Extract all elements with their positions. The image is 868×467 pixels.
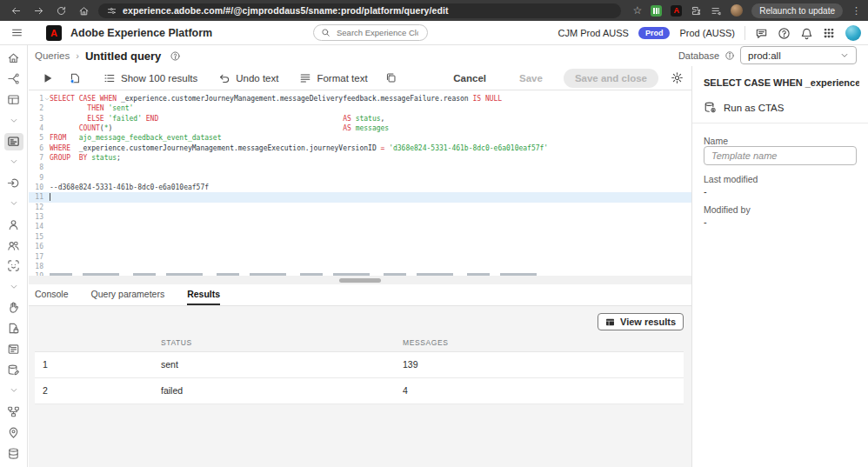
sql-code-editor[interactable]: 1SELECT CASE WHEN _experience.customerJo… (29, 90, 691, 276)
chevron-down-icon (10, 117, 18, 125)
help-icon[interactable] (778, 27, 791, 40)
tab-results[interactable]: Results (187, 284, 220, 305)
database-select[interactable]: prod:all (740, 46, 857, 64)
app-switcher-grid-icon[interactable] (823, 27, 836, 40)
sidebar-item-home[interactable] (4, 51, 23, 65)
tab-console[interactable]: Console (35, 284, 69, 305)
code-line-16[interactable]: 16 (29, 242, 691, 251)
browser-forward-icon[interactable] (33, 5, 44, 17)
show-results-button[interactable]: Show 100 results (103, 72, 197, 84)
sidebar-item-privacy[interactable] (4, 301, 23, 315)
sidebar-item-identity[interactable] (4, 259, 23, 273)
tab-query-parameters[interactable]: Query parameters (91, 284, 165, 305)
sidebar-item-profiles[interactable] (4, 217, 23, 231)
save-button[interactable]: Save (514, 72, 548, 84)
settings-gear-icon[interactable] (671, 71, 684, 84)
pane-splitter[interactable] (29, 276, 691, 284)
notifications-bell-icon[interactable] (800, 27, 813, 40)
code-line-3[interactable]: 3 ELSE 'failed' END AS status, (29, 114, 691, 123)
hamburger-menu-icon[interactable] (10, 27, 23, 38)
code-line-15[interactable]: 15 (29, 232, 691, 242)
sidebar-item-schemas[interactable] (4, 343, 23, 357)
table-row[interactable]: 1sent139 (35, 351, 684, 378)
code-line-4[interactable]: 4 COUNT(*) AS messages (29, 123, 691, 133)
line-number: 11 (29, 192, 43, 202)
sidebar-item-policies[interactable] (4, 322, 23, 336)
sidebar-item-workspace[interactable] (4, 93, 23, 107)
view-results-button[interactable]: View results (598, 313, 684, 330)
sidebar-item-audiences[interactable] (4, 238, 23, 252)
code-line-5[interactable]: 5FROM ajo_message_feedback_event_dataset (29, 133, 691, 143)
code-line-17[interactable]: 17 (29, 252, 691, 262)
run-query-icon[interactable] (42, 72, 54, 84)
sidebar-item-chevron-down[interactable] (4, 280, 23, 294)
sidebar-item-sources[interactable] (4, 176, 23, 190)
run-as-ctas-button[interactable]: Run as CTAS (704, 101, 784, 114)
sidebar-item-dataflows[interactable] (4, 404, 23, 418)
copy-icon[interactable] (385, 72, 397, 83)
identity-icon (7, 259, 20, 272)
browser-reload-icon[interactable] (56, 5, 67, 17)
browser-back-icon[interactable] (10, 5, 22, 17)
line-number: 13 (29, 212, 43, 222)
code-line-8[interactable]: 8 (29, 163, 691, 172)
code-line-7[interactable]: 7GROUP BY status; (29, 153, 691, 163)
table-row[interactable]: 2failed4 (35, 378, 684, 404)
reading-list-icon[interactable] (711, 5, 722, 17)
env-badge: Prod (638, 27, 671, 39)
extensions-puzzle-icon[interactable] (691, 5, 702, 17)
sidebar-item-storage[interactable] (4, 446, 23, 460)
browser-home-icon[interactable] (78, 5, 90, 17)
cancel-button[interactable]: Cancel (448, 72, 491, 84)
database-info-icon[interactable] (724, 50, 735, 61)
code-line-18[interactable]: 18 (29, 262, 691, 271)
breadcrumb-queries[interactable]: Queries (35, 50, 70, 61)
journeys-icon (7, 72, 20, 85)
search-input[interactable] (335, 27, 420, 38)
gutter-gap (43, 133, 50, 143)
storage-icon (7, 447, 20, 460)
line-number: 10 (29, 183, 43, 192)
sidebar-item-queries[interactable] (4, 133, 23, 150)
bookmark-star-icon[interactable]: ☆ (633, 4, 643, 17)
relaunch-button[interactable]: Relaunch to update (751, 3, 843, 18)
code-line-14[interactable]: 14 (29, 222, 691, 231)
browser-menu-icon[interactable]: ⋮ (851, 5, 861, 17)
extension-analytics-icon[interactable] (651, 5, 662, 17)
code-line-1[interactable]: 1SELECT CASE WHEN _experience.customerJo… (29, 94, 691, 103)
sidebar-item-chevron-down[interactable] (4, 384, 23, 397)
code-line-19[interactable]: 19 (29, 271, 691, 276)
chevron-down-icon (10, 199, 18, 208)
env-label[interactable]: Prod (AUSS) (679, 28, 735, 38)
tune-icon[interactable] (107, 6, 117, 16)
format-text-button[interactable]: Format text (299, 72, 367, 84)
address-bar[interactable]: experience.adobe.com/#/@cjmproddaus5/sna… (98, 3, 621, 18)
code-line-13[interactable]: 13 (29, 212, 691, 222)
sidebar-item-chevron-down[interactable] (4, 114, 23, 128)
code-line-6[interactable]: 6WHERE _experience.customerJourneyManage… (29, 143, 691, 153)
code-line-2[interactable]: 2 THEN 'sent' (29, 103, 691, 113)
template-name-input[interactable] (704, 146, 857, 165)
code-line-12[interactable]: 12 (29, 203, 691, 212)
sidebar-item-chevron-down[interactable] (4, 197, 23, 210)
browser-profile-avatar[interactable] (731, 4, 743, 17)
sidebar-item-journeys[interactable] (4, 72, 23, 86)
sidebar-item-chevron-down[interactable] (4, 156, 23, 170)
sidebar-item-destinations[interactable] (4, 425, 23, 439)
document-draft-icon[interactable] (69, 72, 81, 84)
query-info-icon[interactable] (170, 50, 181, 62)
feedback-icon[interactable] (755, 27, 768, 40)
code-line-10[interactable]: 10--d368e824-5331-461b-8dc0-e6a010eaf57f (29, 183, 691, 192)
code-line-11[interactable]: 11 (29, 192, 691, 202)
extension-adobe-icon[interactable]: A (671, 5, 682, 17)
sidebar-item-datasets[interactable] (4, 364, 23, 377)
global-search[interactable] (313, 24, 428, 41)
code-line-9[interactable]: 9 (29, 173, 691, 183)
save-and-close-button[interactable]: Save and close (564, 69, 658, 88)
org-label[interactable]: CJM Prod AUSS (558, 28, 629, 38)
undo-text-button[interactable]: Undo text (218, 72, 278, 84)
user-avatar[interactable] (845, 25, 861, 41)
splitter-handle[interactable] (339, 278, 381, 283)
fold-chevron-icon[interactable] (43, 94, 50, 103)
line-number: 7 (29, 153, 43, 163)
